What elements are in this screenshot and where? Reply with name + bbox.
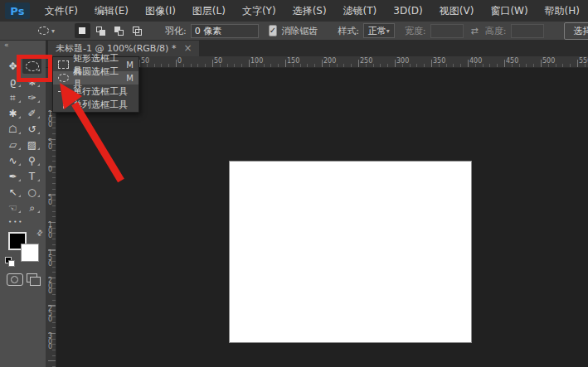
hand-tool[interactable]: ☜ (3, 200, 22, 215)
feather-label: 羽化: (165, 25, 187, 37)
flyout-item-label: 单列选框工具 (73, 99, 128, 111)
h-ruler-label: 350 (433, 57, 445, 65)
collapse-panel-icon[interactable]: « (4, 41, 10, 49)
h-ruler-label: 400 (469, 57, 482, 65)
flyout-item-label: 单行选框工具 (73, 85, 128, 98)
flyout-item-shortcut: M (126, 60, 134, 70)
single-col-marquee-icon (63, 100, 64, 109)
healing-brush-tool[interactable]: ✱ (3, 105, 22, 121)
v-ruler-label: 3 0 0 (46, 334, 54, 350)
menu-item-8[interactable]: 视图(V) (431, 1, 483, 22)
h-ruler-label: 250 (360, 57, 372, 65)
smudge-tool[interactable]: ∿ (3, 152, 22, 168)
gradient-tool[interactable]: ▨ (22, 137, 41, 152)
h-ruler-label: 550 (579, 57, 588, 65)
menu-item-5[interactable]: 选择(S) (284, 1, 335, 22)
quick-mask-icon (11, 276, 18, 283)
brush-tool[interactable]: ✐ (22, 105, 41, 121)
flyout-item-ellipse-marquee[interactable]: 椭圆选框工具 M (53, 71, 138, 85)
feather-input[interactable] (191, 24, 259, 38)
antialias-label: 消除锯齿 (281, 25, 318, 37)
height-label: 高度: (485, 25, 507, 37)
tool-preset-picker[interactable]: ▾ (38, 27, 55, 35)
type-tool[interactable]: T (22, 168, 41, 184)
menu-bar: Ps 文件(F)编辑(E)图像(I)图层(L)文字(Y)选择(S)滤镜(T)3D… (0, 0, 588, 22)
v-ruler-label: 1 5 0 (46, 251, 54, 268)
subtract-from-selection-mode[interactable] (111, 23, 127, 38)
h-ruler-label: 150 (287, 57, 299, 65)
style-select-value: 正常 (368, 25, 386, 37)
menu-item-6[interactable]: 滤镜(T) (335, 1, 386, 22)
h-ruler-label: 0 (177, 57, 182, 65)
rect-marquee-icon (58, 60, 69, 69)
vertical-ruler[interactable]: 1 0 05 005 01 0 01 5 02 0 02 5 03 0 0 (46, 68, 56, 367)
menu-item-4[interactable]: 文字(Y) (234, 1, 284, 22)
document-tab-bar: 未标题-1 @ 100%(RGB/8) * × (46, 40, 588, 56)
menu-item-2[interactable]: 图像(I) (137, 1, 184, 22)
h-ruler-label: 50 (141, 57, 149, 65)
menu-item-9[interactable]: 窗口(W) (482, 1, 536, 22)
single-row-marquee-icon (58, 91, 68, 92)
eyedropper-tool[interactable]: ✑ (22, 89, 41, 105)
eraser-tool[interactable]: ▱ (3, 137, 22, 152)
clone-stamp-tool[interactable]: ☖ (3, 121, 22, 137)
default-colors-icon[interactable] (5, 257, 15, 267)
flyout-item-single-row-marquee[interactable]: 单行选框工具 (53, 85, 138, 98)
selection-mode-group (75, 23, 145, 38)
options-bar: ▾ 羽化: ✓ 消除锯齿 样式: 正常 ▾ 宽度: ⇄ 高度: 选择并遮住 ..… (0, 22, 588, 41)
select-and-mask-button[interactable]: 选择并遮住 ... (564, 22, 588, 40)
chevron-down-icon: ▾ (386, 27, 390, 35)
swap-colors-icon[interactable]: ⇄ (35, 228, 45, 238)
menu-item-7[interactable]: 3D(D) (385, 1, 430, 22)
crop-tool[interactable]: ⌗ (3, 89, 22, 105)
style-select[interactable]: 正常 ▾ (363, 23, 395, 38)
tools-panel: « ✥ϱ❋⌗✑✱✐☖↺▱▨∿⚲✒T↖○☜⌕ ••• ⇄ (0, 40, 46, 367)
height-input[interactable] (511, 24, 544, 38)
marquee-flyout-menu: 矩形选框工具 M 椭圆选框工具 M 单行选框工具 单列选框工具 (52, 56, 139, 113)
menu-item-3[interactable]: 图层(L) (184, 1, 234, 22)
intersect-selection-mode[interactable] (129, 23, 145, 38)
document-canvas[interactable] (229, 161, 472, 343)
screen-mode-button[interactable] (27, 273, 41, 286)
ps-logo: Ps (5, 2, 30, 19)
v-ruler-label: 0 (46, 167, 54, 173)
dodge-tool[interactable]: ⚲ (22, 152, 41, 168)
path-select-tool[interactable]: ↖ (3, 184, 22, 200)
chevron-down-icon: ▾ (51, 27, 55, 35)
ellipse-marquee-icon (58, 74, 69, 82)
menu-item-1[interactable]: 编辑(E) (86, 1, 137, 22)
shape-tool[interactable]: ○ (22, 184, 41, 200)
color-swatches: ⇄ (5, 229, 43, 268)
width-label: 宽度: (405, 25, 426, 37)
v-ruler-label: 2 0 0 (46, 278, 54, 295)
edit-toolbar-icon[interactable]: ••• (8, 219, 23, 225)
ellipse-marquee-icon (38, 27, 49, 35)
zoom-tool[interactable]: ⌕ (22, 200, 41, 215)
style-label: 样式: (338, 25, 359, 37)
background-color-swatch[interactable] (21, 244, 39, 262)
v-ruler-label: 1 0 0 (46, 112, 54, 128)
v-ruler-label: 5 0 (46, 196, 54, 206)
flyout-item-single-col-marquee[interactable]: 单列选框工具 (53, 98, 138, 111)
menu-bar-items: 文件(F)编辑(E)图像(I)图层(L)文字(Y)选择(S)滤镜(T)3D(D)… (36, 1, 588, 22)
h-ruler-label: 50 (214, 57, 222, 65)
h-ruler-label: 100 (250, 57, 263, 65)
pen-tool[interactable]: ✒ (3, 168, 22, 184)
new-selection-mode[interactable] (75, 23, 90, 38)
add-to-selection-mode[interactable] (93, 23, 109, 38)
h-ruler-label: 450 (506, 57, 518, 65)
h-ruler-label: 500 (542, 57, 555, 65)
antialias-checkbox[interactable]: ✓ (269, 25, 277, 36)
width-input[interactable] (430, 24, 464, 38)
history-brush-tool[interactable]: ↺ (22, 121, 41, 137)
swap-dimensions-icon[interactable]: ⇄ (471, 26, 479, 36)
quick-mask-button[interactable] (7, 273, 23, 286)
menu-item-0[interactable]: 文件(F) (36, 1, 86, 22)
menu-item-10[interactable]: 帮助(H) (537, 1, 588, 22)
annotation-rectangle (17, 55, 52, 82)
v-ruler-label: 5 0 (46, 140, 54, 151)
document-tab[interactable]: 未标题-1 @ 100%(RGB/8) * × (48, 40, 199, 56)
v-ruler-label: 2 5 0 (46, 307, 54, 323)
close-icon[interactable]: × (183, 42, 192, 54)
h-ruler-label: 300 (396, 57, 409, 65)
